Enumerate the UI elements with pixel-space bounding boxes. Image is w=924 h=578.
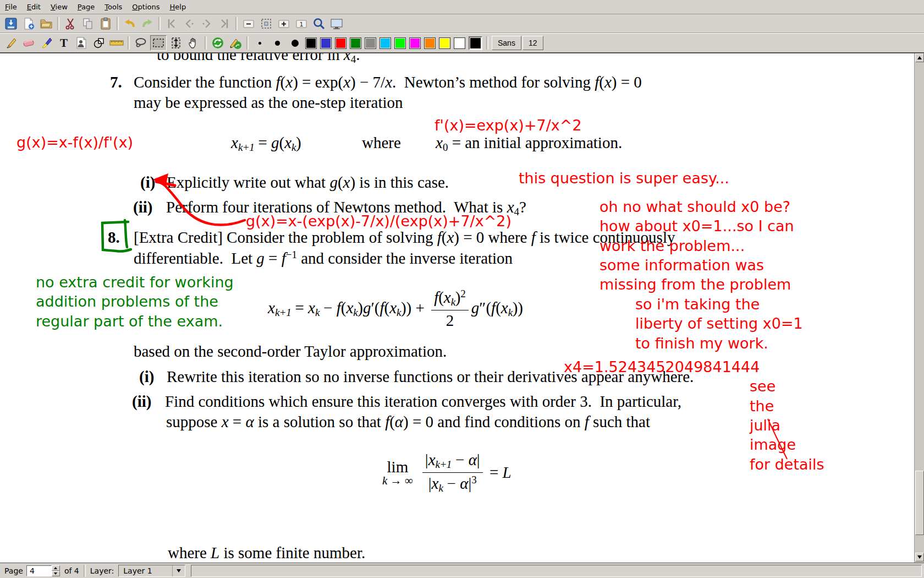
color-swatch-white[interactable] (454, 37, 465, 49)
rect-select-button[interactable] (150, 35, 167, 51)
prev-page-icon (183, 17, 196, 30)
page-number-input[interactable]: 4 (26, 565, 52, 576)
open-folder-icon (40, 17, 53, 30)
item-ii8-text: Find conditions which ensure this iterat… (165, 392, 681, 411)
color-swatches (304, 36, 484, 50)
find-button[interactable] (311, 16, 327, 31)
color-swatch-gray[interactable] (365, 37, 376, 49)
next-page-icon (200, 17, 213, 30)
page-spinner (52, 565, 60, 576)
red-note: how about x0=1...so I can (600, 217, 794, 235)
first-page-button[interactable] (163, 16, 180, 31)
font-size-button[interactable]: 12 (522, 36, 543, 50)
color-swatch-magenta[interactable] (409, 37, 421, 49)
font-name-button[interactable]: Sans (492, 36, 521, 50)
paste-button[interactable] (97, 16, 114, 31)
scroll-up-button[interactable] (915, 53, 924, 62)
toolbar-separator (235, 17, 238, 30)
eq8-post: g″(f(xk)) (471, 299, 523, 319)
vertical-space-icon (169, 36, 183, 50)
menu-view[interactable]: View (46, 1, 73, 13)
red-note: work the problem... (600, 237, 745, 254)
open-button[interactable] (38, 16, 54, 31)
lasso-select-button[interactable] (133, 35, 149, 51)
toolbar-separator (128, 36, 130, 50)
zoom-fit-button[interactable] (258, 16, 274, 31)
item-number-7: 7. (110, 73, 122, 91)
color-swatch-blue[interactable] (320, 37, 332, 49)
color-swatch-black-selected[interactable] (469, 36, 482, 50)
scrollbar-thumb[interactable] (915, 471, 924, 535)
redo-button[interactable] (139, 16, 156, 31)
page-count-label: of 4 (64, 566, 79, 575)
fullscreen-button[interactable] (328, 16, 345, 31)
default-pen-button[interactable] (227, 35, 244, 51)
pen-fine-button[interactable] (251, 35, 268, 51)
lim-subscript: k → ∞ (382, 474, 413, 488)
color-swatch-lightgreen[interactable] (394, 37, 406, 49)
cut-button[interactable] (62, 16, 79, 31)
eq7-where: where (362, 134, 401, 152)
menu-file[interactable]: File (0, 1, 22, 13)
pen-fine-icon (258, 42, 261, 45)
undo-button[interactable] (122, 16, 138, 31)
layer-combobox[interactable]: Layer 1 (118, 565, 185, 577)
p8-line1: [Extra Credit] Consider the problem of s… (134, 228, 675, 247)
menu-help[interactable]: Help (165, 1, 191, 13)
zoom-out-button[interactable] (240, 16, 257, 31)
layer-label: Layer: (90, 566, 114, 575)
menu-tools[interactable]: Tools (100, 1, 127, 13)
main-toolbar: 1 (0, 14, 924, 33)
p8-line2: differentiable. Let g = f−1 and consider… (134, 249, 513, 268)
color-swatch-red[interactable] (335, 37, 346, 49)
item-i7-label: (i) (140, 173, 155, 192)
shape-recognizer-button[interactable] (91, 35, 107, 51)
redo-icon (141, 17, 154, 30)
vertical-space-button[interactable] (168, 35, 184, 51)
text-tool-button[interactable]: T (56, 35, 72, 51)
color-swatch-black[interactable] (305, 37, 317, 49)
eq8-fraction-numerator: f(xk)2 (431, 288, 469, 310)
last-page-button[interactable] (216, 16, 233, 31)
hand-tool-button[interactable] (185, 35, 202, 51)
scroll-down-button[interactable] (915, 553, 924, 561)
pen-icon (4, 36, 18, 50)
new-file-button[interactable] (20, 16, 37, 31)
search-icon (312, 17, 326, 30)
default-recycle-icon (211, 36, 224, 50)
pen-tool-button[interactable] (3, 35, 19, 51)
layer-dropdown-button[interactable] (172, 565, 185, 576)
image-tool-button[interactable] (73, 35, 90, 51)
rect-select-icon (152, 36, 165, 50)
red-note: g(x)=x-f(x)/f'(x) (16, 134, 133, 151)
pen-thick-button[interactable] (287, 35, 303, 51)
page-spin-down[interactable] (52, 571, 60, 576)
ruler-tool-button[interactable] (108, 35, 125, 51)
zoom-100-button[interactable]: 1 (293, 16, 310, 31)
color-swatch-yellow[interactable] (439, 37, 450, 49)
eq8-pre: xk+1 = xk − f(xk)g′(f(xk)) + (268, 299, 428, 319)
red-note: for details (750, 456, 824, 473)
save-button[interactable] (3, 16, 19, 31)
item-ii8-label: (ii) (132, 392, 151, 411)
menu-page[interactable]: Page (73, 1, 100, 13)
page-spin-up[interactable] (52, 565, 60, 571)
default-tool-button[interactable] (210, 35, 226, 51)
zoom-in-button[interactable] (276, 16, 292, 31)
color-swatch-green[interactable] (350, 37, 361, 49)
copy-button[interactable] (80, 16, 96, 31)
menu-edit[interactable]: Edit (22, 1, 46, 13)
vertical-scrollbar[interactable] (914, 53, 924, 563)
based-on-line: based on the second-order Taylor approxi… (134, 342, 447, 361)
toolbar-separator (246, 36, 249, 50)
color-swatch-orange[interactable] (424, 37, 436, 49)
menu-options[interactable]: Options (127, 1, 164, 13)
highlighter-tool-button[interactable] (38, 35, 54, 51)
prev-page-button[interactable] (181, 16, 197, 31)
dropdown-arrow-icon (177, 569, 181, 572)
pen-medium-button[interactable] (269, 35, 285, 51)
color-swatch-lightblue[interactable] (380, 37, 391, 49)
hand-icon (187, 36, 200, 50)
eraser-tool-button[interactable] (20, 35, 37, 51)
next-page-button[interactable] (199, 16, 215, 31)
